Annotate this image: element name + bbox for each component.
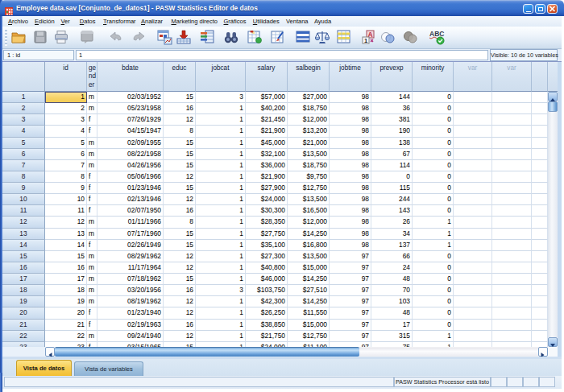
svg-text:1: 1 bbox=[364, 37, 367, 44]
svg-text:ABC: ABC bbox=[429, 30, 444, 38]
